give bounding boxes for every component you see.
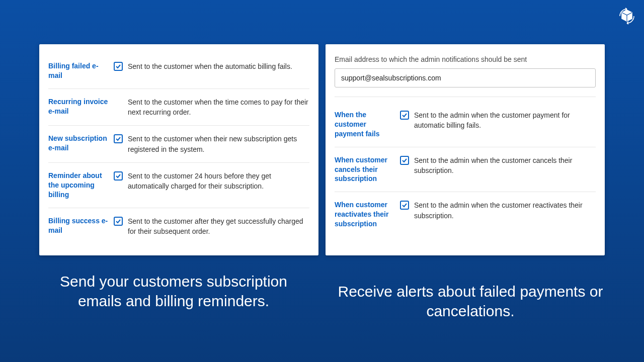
setting-desc: Sent to the admin when the customer canc… bbox=[414, 155, 596, 176]
admin-email-label: Email address to which the admin notific… bbox=[335, 55, 596, 63]
setting-desc: Sent to the customer when the time comes… bbox=[128, 97, 309, 118]
setting-row: New subscription e-mail Sent to the cust… bbox=[48, 126, 309, 163]
left-caption: Send your customers subscription emails … bbox=[40, 272, 307, 321]
admin-notifications-panel: Email address to which the admin notific… bbox=[326, 44, 605, 255]
setting-desc: Sent to the admin when the customer paym… bbox=[414, 110, 596, 131]
checkbox[interactable] bbox=[114, 217, 123, 226]
setting-label[interactable]: New subscription e-mail bbox=[48, 134, 109, 153]
setting-row: Reminder about the upcoming billing Sent… bbox=[48, 163, 309, 208]
setting-label[interactable]: Billing success e-mail bbox=[48, 216, 109, 235]
setting-desc: Sent to the customer when their new subs… bbox=[128, 134, 309, 154]
customer-emails-panel: Billing failed e-mail Sent to the custom… bbox=[39, 44, 318, 255]
checkbox[interactable] bbox=[400, 201, 409, 210]
setting-desc: Sent to the customer when the automatic … bbox=[128, 61, 292, 71]
setting-label[interactable]: When the customer payment fails bbox=[335, 110, 395, 139]
checkbox[interactable] bbox=[114, 171, 123, 180]
setting-label[interactable]: Recurring invoice e-mail bbox=[48, 97, 109, 116]
setting-row: Recurring invoice e-mail Sent to the cus… bbox=[48, 89, 309, 126]
setting-row: When customer reactivates their subscrip… bbox=[335, 192, 596, 237]
admin-email-input[interactable] bbox=[335, 68, 596, 87]
refresh-box-icon bbox=[617, 6, 637, 26]
setting-row: Billing success e-mail Sent to the custo… bbox=[48, 208, 309, 245]
checkbox[interactable] bbox=[114, 134, 123, 143]
setting-desc: Sent to the customer 24 hours before the… bbox=[128, 171, 309, 192]
setting-label[interactable]: When customer reactivates their subscrip… bbox=[335, 200, 395, 229]
checkbox[interactable] bbox=[400, 111, 409, 120]
checkbox[interactable] bbox=[114, 62, 123, 71]
setting-row: When customer cancels their subscription… bbox=[335, 147, 596, 193]
setting-desc: Sent to the customer after they get succ… bbox=[128, 216, 309, 237]
checkbox[interactable] bbox=[400, 156, 409, 165]
right-caption: Receive alerts about failed payments or … bbox=[337, 272, 604, 321]
setting-label[interactable]: When customer cancels their subscription bbox=[335, 155, 395, 184]
setting-row: When the customer payment fails Sent to … bbox=[335, 102, 596, 147]
setting-row: Billing failed e-mail Sent to the custom… bbox=[48, 53, 309, 89]
setting-label[interactable]: Reminder about the upcoming billing bbox=[48, 171, 109, 200]
setting-desc: Sent to the admin when the customer reac… bbox=[414, 200, 596, 221]
setting-label[interactable]: Billing failed e-mail bbox=[48, 61, 109, 80]
